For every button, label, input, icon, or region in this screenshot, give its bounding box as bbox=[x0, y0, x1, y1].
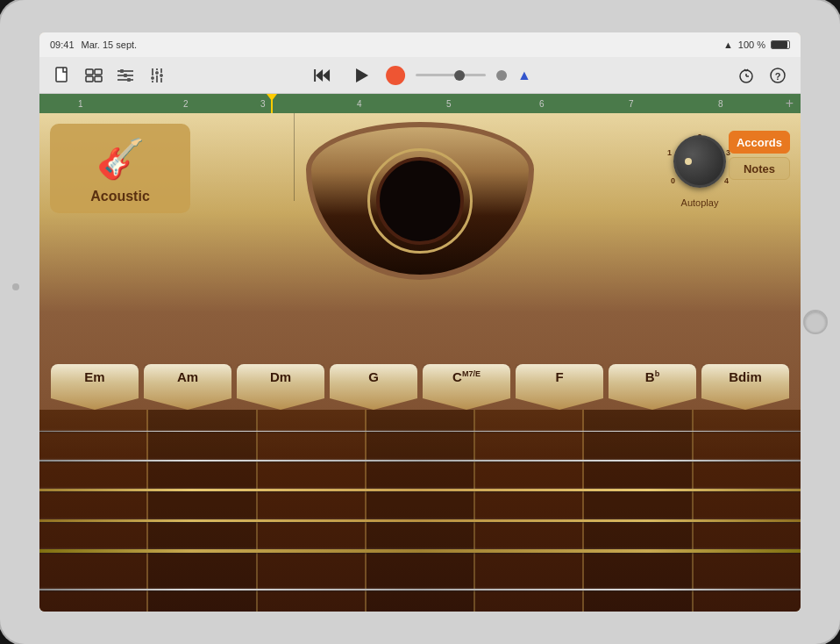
accords-button[interactable]: Accords bbox=[729, 131, 790, 154]
autoplay-section: 0 1 2 3 4 Autoplay bbox=[669, 131, 730, 208]
chord-btn-bb[interactable]: Bb bbox=[609, 364, 696, 410]
fret-col-6 bbox=[584, 410, 693, 612]
svg-point-14 bbox=[155, 70, 160, 75]
svg-rect-0 bbox=[56, 68, 67, 82]
svg-rect-4 bbox=[95, 76, 102, 82]
fret-col-3 bbox=[258, 410, 367, 612]
ruler-mark-7: 7 bbox=[629, 99, 634, 109]
tracks-button[interactable] bbox=[113, 63, 138, 88]
fret-col-1 bbox=[39, 410, 148, 612]
ruler-mark-6: 6 bbox=[539, 99, 545, 109]
status-left: 09:41 Mar. 15 sept. bbox=[50, 39, 137, 50]
dial-label-0: 0 bbox=[671, 176, 675, 185]
mode-buttons: Accords Notes bbox=[729, 131, 790, 180]
soundhole-inner bbox=[376, 157, 464, 245]
playhead-line bbox=[294, 113, 295, 201]
chord-btn-cm7e[interactable]: CM7/E bbox=[423, 364, 510, 410]
instrument-label[interactable]: 🎸 Acoustic bbox=[50, 124, 190, 213]
guitar-string-4 bbox=[39, 519, 801, 522]
chord-btn-f[interactable]: F bbox=[516, 364, 603, 410]
metronome-icon[interactable]: ▲ bbox=[517, 68, 531, 83]
fret-col-5 bbox=[475, 410, 584, 612]
guitar-icon: 🎸 bbox=[94, 132, 146, 185]
svg-rect-10 bbox=[127, 78, 131, 82]
svg-rect-2 bbox=[95, 69, 102, 75]
timeline-ruler[interactable]: 1 2 3 4 5 6 7 8 + bbox=[39, 94, 801, 113]
volume-slider[interactable] bbox=[416, 74, 486, 76]
status-right: ▲ 100 % bbox=[723, 39, 790, 50]
fret-col-7 bbox=[694, 410, 801, 612]
fret-col-2 bbox=[148, 410, 257, 612]
screen: 09:41 Mar. 15 sept. ▲ 100 % bbox=[39, 32, 801, 612]
svg-rect-19 bbox=[314, 69, 316, 82]
notes-button[interactable]: Notes bbox=[729, 157, 790, 180]
svg-marker-18 bbox=[323, 69, 330, 82]
svg-rect-1 bbox=[86, 69, 93, 75]
mixer-button[interactable] bbox=[145, 63, 169, 88]
toolbar-left bbox=[50, 63, 169, 88]
toolbar: ▲ ? bbox=[39, 57, 801, 94]
ruler-mark-4: 4 bbox=[357, 99, 362, 109]
guitar-body bbox=[280, 113, 560, 306]
ruler-mark-5: 5 bbox=[446, 99, 452, 109]
guitar-string-2 bbox=[39, 460, 801, 462]
chord-btn-dm[interactable]: Dm bbox=[237, 364, 324, 410]
fretboard[interactable] bbox=[39, 410, 801, 612]
toolbar-center: ▲ bbox=[309, 61, 531, 89]
circle-indicator bbox=[496, 70, 507, 81]
chord-btn-bdim[interactable]: Bdim bbox=[701, 364, 789, 410]
ipad-frame: 09:41 Mar. 15 sept. ▲ 100 % bbox=[0, 0, 840, 644]
playhead[interactable] bbox=[271, 94, 273, 113]
home-button[interactable] bbox=[803, 310, 828, 334]
svg-point-16 bbox=[160, 73, 164, 77]
svg-point-15 bbox=[151, 75, 155, 80]
battery-bar bbox=[771, 40, 790, 49]
instrument-name: Acoustic bbox=[90, 189, 150, 204]
chord-btn-am[interactable]: Am bbox=[144, 364, 231, 410]
volume-knob[interactable] bbox=[454, 70, 465, 81]
timeline-add-button[interactable]: + bbox=[786, 96, 794, 111]
svg-text:?: ? bbox=[775, 70, 781, 81]
timer-button[interactable] bbox=[734, 63, 758, 88]
chord-btn-g[interactable]: G bbox=[330, 364, 417, 410]
ruler-mark-8: 8 bbox=[718, 99, 723, 109]
new-button[interactable] bbox=[50, 63, 75, 88]
guitar-area: 🎸 Acoustic 0 1 2 3 4 bbox=[39, 113, 801, 612]
svg-rect-3 bbox=[86, 76, 93, 82]
play-button[interactable] bbox=[347, 61, 375, 89]
side-button bbox=[12, 283, 19, 290]
autoplay-knob-container: 0 1 2 3 4 bbox=[669, 131, 730, 192]
autoplay-label: Autoplay bbox=[681, 197, 719, 208]
view-toggle-button[interactable] bbox=[82, 63, 106, 88]
date-display: Mar. 15 sept. bbox=[82, 39, 138, 50]
guitar-string-3 bbox=[39, 489, 801, 491]
guitar-string-5 bbox=[39, 549, 801, 553]
autoplay-dial[interactable] bbox=[673, 135, 726, 188]
ruler-mark-1: 1 bbox=[78, 99, 83, 109]
rewind-button[interactable] bbox=[309, 61, 337, 89]
status-bar: 09:41 Mar. 15 sept. ▲ 100 % bbox=[39, 32, 801, 57]
chords-row: Em Am Dm G CM7/E F Bb Bdim bbox=[39, 364, 801, 410]
fret-col-4 bbox=[367, 410, 475, 612]
guitar-string-6 bbox=[39, 589, 801, 590]
guitar-string-1 bbox=[39, 431, 801, 433]
fret-dividers bbox=[39, 410, 801, 612]
svg-marker-17 bbox=[316, 69, 323, 82]
toolbar-right: ? bbox=[734, 63, 790, 88]
ruler-mark-2: 2 bbox=[183, 99, 189, 109]
svg-rect-8 bbox=[120, 69, 124, 73]
svg-rect-9 bbox=[124, 74, 127, 77]
chord-btn-em[interactable]: Em bbox=[51, 364, 139, 410]
soundhole-outer bbox=[306, 122, 534, 280]
record-button[interactable] bbox=[386, 66, 405, 85]
svg-marker-20 bbox=[356, 68, 368, 82]
time-display: 09:41 bbox=[50, 39, 75, 50]
dial-label-1: 1 bbox=[667, 148, 672, 157]
wifi-icon: ▲ bbox=[723, 39, 733, 50]
playhead-triangle bbox=[267, 94, 277, 101]
dial-dot bbox=[685, 158, 692, 165]
battery-display: 100 % bbox=[738, 39, 765, 50]
help-button[interactable]: ? bbox=[765, 63, 790, 88]
ruler-mark-3: 3 bbox=[260, 99, 266, 109]
